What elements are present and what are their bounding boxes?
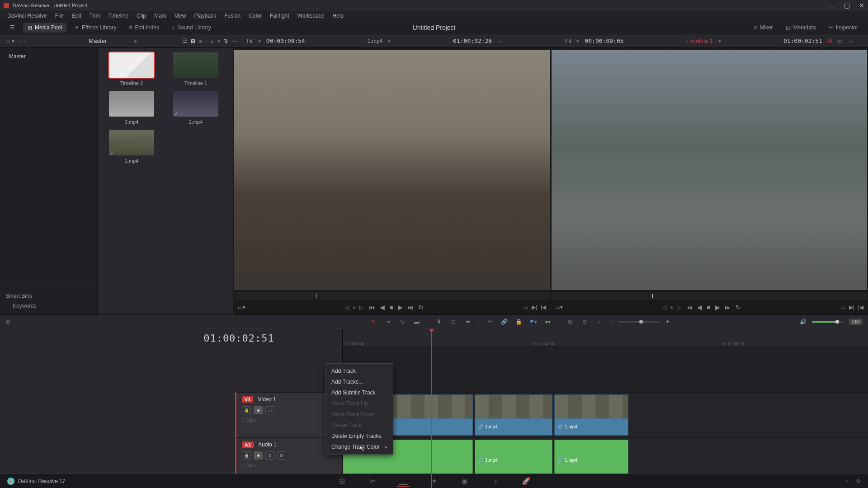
audio-autoselect-icon[interactable]: ◈ xyxy=(254,451,263,460)
tl-play-icon[interactable]: ▶ xyxy=(715,304,720,311)
nav-fwd-icon[interactable]: › xyxy=(24,38,25,44)
zoom-min-icon[interactable]: ⊖ xyxy=(580,318,589,326)
replace-icon[interactable]: ⬌ xyxy=(464,318,472,326)
menu-davinci-resolve[interactable]: DaVinci Resolve xyxy=(4,12,51,20)
blade-edit-icon[interactable]: ✂ xyxy=(486,318,494,326)
menu-trim[interactable]: Trim xyxy=(86,12,104,20)
settings-icon[interactable]: ⚙ xyxy=(856,478,861,484)
first-frame-icon[interactable]: ⏮ xyxy=(369,304,375,311)
menu-mark[interactable]: Mark xyxy=(151,12,170,20)
video-lock-icon[interactable]: 🔒 xyxy=(242,406,251,414)
ctx-delete-empty-tracks[interactable]: Delete Empty Tracks xyxy=(326,431,393,441)
timeline-ruler[interactable]: 01:00:00:0001:00:04:0001:00:08:0001:00:1… xyxy=(343,329,868,347)
media-item[interactable]: ♪3.mp4 xyxy=(102,91,161,125)
color-page-icon[interactable]: ◉ xyxy=(458,476,471,487)
dynamic-trim-icon[interactable]: ⇆ xyxy=(398,318,406,326)
overwrite-icon[interactable]: ⊡ xyxy=(449,318,458,326)
lock-icon[interactable]: 🔒 xyxy=(515,318,523,326)
ctx-change-track-color[interactable]: Change Track Color▸ xyxy=(326,441,393,452)
insert-icon[interactable]: ⬇ xyxy=(435,318,443,326)
menu-edit[interactable]: Edit xyxy=(68,12,85,20)
video-track-row[interactable]: 🔗1.mp4🔗1.mp4 xyxy=(343,392,868,437)
menu-help[interactable]: Help xyxy=(329,12,347,20)
ctx-add-tracks-[interactable]: Add Tracks... xyxy=(326,376,393,387)
strip-view-icon[interactable]: ≡ xyxy=(199,38,202,44)
tl-in-out-icon[interactable]: ▭ xyxy=(840,304,845,310)
media-item[interactable]: Timeline 1 xyxy=(166,52,225,86)
edit-index-button[interactable]: ≡Edit Index xyxy=(125,23,164,33)
maximize-button[interactable]: ▢ xyxy=(844,2,850,9)
in-out-icon[interactable]: ▭ xyxy=(523,304,528,310)
master-bin[interactable]: Master xyxy=(5,52,92,61)
source-scrubber[interactable] xyxy=(234,292,550,300)
home-icon[interactable]: ⌂ xyxy=(845,478,849,484)
timeline-more-icon[interactable]: ⋯ xyxy=(848,38,854,44)
metadata-button[interactable]: ▤Metadata xyxy=(781,23,821,33)
bin-dropdown-icon[interactable]: ▭ ▾ xyxy=(5,38,14,44)
ctx-add-subtitle-track[interactable]: Add Subtitle Track xyxy=(326,387,393,398)
tl-match-frame-icon[interactable]: ◁ xyxy=(662,304,666,310)
tl-jog-fwd-icon[interactable]: ▷ xyxy=(677,304,681,310)
loop-icon[interactable]: ↻ xyxy=(418,304,424,311)
tl-stop-icon[interactable]: ■ xyxy=(707,304,710,311)
media-item[interactable]: Timeline 2 xyxy=(102,52,161,86)
video-clip[interactable]: 🔗1.mp4 xyxy=(475,394,552,436)
ctx-add-track[interactable]: Add Track xyxy=(326,366,393,376)
sound-library-button[interactable]: ♪Sound Library xyxy=(167,23,216,33)
smart-bins-header[interactable]: Smart Bins xyxy=(5,291,92,301)
tl-last-frame-icon[interactable]: ⏭ xyxy=(725,304,731,311)
sort-icon[interactable]: ⇅ xyxy=(224,38,228,44)
timeline-scrubber[interactable] xyxy=(552,292,867,300)
last-frame-icon[interactable]: ⏭ xyxy=(407,304,414,311)
media-item[interactable]: ♪1.mp4 xyxy=(102,130,161,164)
minimize-button[interactable]: — xyxy=(829,2,835,9)
goto-in-icon[interactable]: ▶| xyxy=(532,304,537,310)
deliver-page-icon[interactable]: 🚀 xyxy=(520,476,533,487)
trim-tool-icon[interactable]: ⇥ xyxy=(384,318,392,326)
cut-page-icon[interactable]: ✂ xyxy=(366,476,379,487)
edit-page-icon[interactable]: ⎯⎯ xyxy=(397,476,410,487)
timeline-tracks[interactable]: 01:00:00:0001:00:04:0001:00:08:0001:00:1… xyxy=(343,329,868,488)
dim-button[interactable]: DIM xyxy=(849,319,863,325)
menu-color[interactable]: Color xyxy=(245,12,265,20)
sidebar-toggle-icon[interactable]: ☰ xyxy=(5,23,19,33)
video-clip[interactable]: 🔗1.mp4 xyxy=(554,394,628,436)
marker-icon[interactable]: ●▾ xyxy=(544,318,552,326)
video-autoselect-icon[interactable]: ◈ xyxy=(254,406,263,414)
timeline-viewer[interactable] xyxy=(552,50,867,290)
list-view-icon[interactable]: ☰ xyxy=(182,38,187,44)
menu-clip[interactable]: Clip xyxy=(133,12,150,20)
selection-tool-icon[interactable]: ↖ xyxy=(369,318,377,326)
nav-back-icon[interactable]: ‹ xyxy=(18,38,20,44)
tl-first-frame-icon[interactable]: ⏮ xyxy=(686,304,693,311)
single-viewer-icon[interactable]: ▭ xyxy=(838,38,843,44)
link-icon[interactable]: 🔗 xyxy=(500,318,509,326)
menu-view[interactable]: View xyxy=(171,12,190,20)
zoom-icon[interactable]: ⌕ xyxy=(595,318,603,326)
audio-solo-button[interactable]: S xyxy=(265,451,274,460)
audio-lock-icon[interactable]: 🔒 xyxy=(242,451,251,460)
timeline-name[interactable]: Timeline 1 xyxy=(686,38,712,44)
close-button[interactable]: ✕ xyxy=(859,2,864,9)
snap-icon[interactable]: ⧉ xyxy=(566,318,574,326)
menu-workspace[interactable]: Workspace xyxy=(294,12,328,20)
bypass-icon[interactable]: ⊘ xyxy=(828,38,832,44)
media-page-icon[interactable]: ⊞ xyxy=(335,476,348,487)
tl-loop-icon[interactable]: ↻ xyxy=(736,304,741,311)
jog-fwd-icon[interactable]: ▷ xyxy=(359,304,363,310)
effects-library-button[interactable]: ✶Effects Library xyxy=(70,23,121,33)
source-overlay-icon[interactable]: ▭▾ xyxy=(238,304,245,310)
menu-playback[interactable]: Playback xyxy=(190,12,220,20)
media-pool-button[interactable]: ⊞Media Pool xyxy=(23,23,66,33)
tl-overlay-icon[interactable]: ▭▾ xyxy=(555,304,563,310)
timeline-fit[interactable]: Fit xyxy=(565,38,571,44)
grid-view-icon[interactable]: ⊞ xyxy=(191,38,195,44)
play-icon[interactable]: ▶ xyxy=(398,304,403,311)
menu-file[interactable]: File xyxy=(52,12,67,20)
source-fit[interactable]: Fit xyxy=(246,38,252,44)
zoom-slider[interactable] xyxy=(619,321,660,323)
timeline-view-options-icon[interactable]: ⊞ xyxy=(5,319,10,325)
tl-prev-frame-icon[interactable]: ◀ xyxy=(697,304,702,311)
source-clip-name[interactable]: 1.mp4 xyxy=(368,38,382,44)
volume-slider[interactable] xyxy=(812,321,844,323)
